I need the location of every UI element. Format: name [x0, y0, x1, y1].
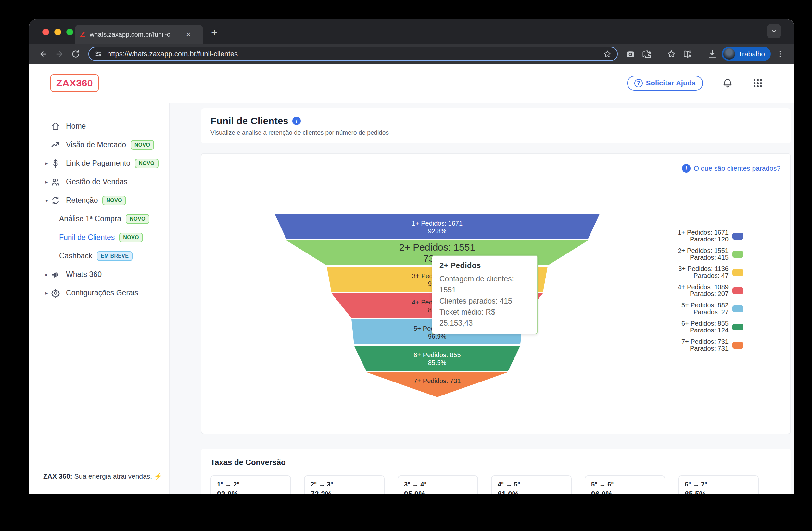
legend-color-swatch [733, 269, 743, 276]
downloads-icon[interactable] [706, 47, 719, 61]
browser-tab[interactable]: Z whats.zaxapp.com.br/funil-cl ✕ [75, 25, 203, 44]
status-badge: NOVO [102, 196, 126, 205]
funnel-segment-label: 92.8% [428, 228, 447, 235]
screenshot-icon[interactable] [624, 47, 637, 61]
conversion-card-label: 6° → 7° [685, 480, 752, 488]
conversion-card-value: 95.9% [404, 490, 472, 494]
legend-entry-text: 1+ Pedidos: 1671Parados: 120 [678, 229, 728, 243]
conversion-card-label: 3° → 4° [404, 480, 472, 488]
home-icon [51, 121, 60, 131]
sidebar-item-home[interactable]: Home [29, 117, 169, 135]
sidebar-item-gest-o-de-vendas[interactable]: ▸Gestão de Vendas [29, 173, 169, 191]
sidebar-item-label: Cashback [59, 252, 92, 260]
tab-favicon-z: Z [80, 30, 85, 40]
trend-icon [51, 140, 60, 150]
page-title-card: Funil de Clientes i Visualize e analise … [201, 108, 791, 143]
toolbar-separator [700, 49, 700, 58]
sidebar-item-an-lise-1-compra[interactable]: Análise 1ª CompraNOVO [29, 210, 169, 228]
minimize-window-button[interactable] [54, 29, 61, 35]
sidebar-item-vis-o-de-mercado[interactable]: Visão de MercadoNOVO [29, 135, 169, 154]
conversion-card-value: 81.0% [497, 490, 565, 494]
funnel-segment-1[interactable] [275, 214, 599, 239]
chevron-right-icon[interactable]: ▸ [45, 290, 48, 296]
legend-entry-text: 3+ Pedidos: 1136Parados: 47 [678, 266, 728, 279]
notifications-bell-icon[interactable] [722, 77, 734, 89]
legend-entry[interactable]: 7+ Pedidos: 731Parados: 731 [678, 338, 743, 352]
info-icon[interactable]: i [292, 117, 301, 125]
tab-strip: Z whats.zaxapp.com.br/funil-cl ✕ + [29, 19, 794, 44]
legend-entry-text: 5+ Pedidos: 882Parados: 27 [681, 302, 728, 316]
browser-profile-chip[interactable]: Trabalho [722, 47, 771, 61]
sidebar-item-link-de-pagamento[interactable]: ▸Link de PagamentoNOVO [29, 154, 169, 173]
funnel-segment-label: 1+ Pedidos: 1671 [412, 220, 463, 227]
extensions-icon[interactable] [640, 47, 653, 61]
question-icon: ? [634, 79, 643, 87]
sidebar-item-label: Link de Pagamento [66, 159, 130, 168]
conversion-card-value: 73.2% [310, 490, 378, 494]
legend-entry[interactable]: 1+ Pedidos: 1671Parados: 120 [678, 229, 743, 243]
toolbar-separator [659, 49, 659, 58]
favorites-star-icon[interactable] [665, 47, 678, 61]
new-tab-button[interactable]: + [211, 27, 218, 38]
legend-entry[interactable]: 5+ Pedidos: 882Parados: 27 [678, 302, 743, 316]
tab-search-button[interactable] [767, 24, 781, 38]
browser-toolbar: https://whats.zaxapp.com.br/funil-client… [29, 44, 794, 64]
funnel-chart-card: i O que são clientes parados? 1+ Pedidos… [201, 153, 791, 434]
page-subtitle: Visualize e analise a retenção de client… [211, 129, 781, 136]
chevron-right-icon[interactable]: ▸ [45, 160, 48, 167]
legend-entry[interactable]: 4+ Pedidos: 1089Parados: 207 [678, 284, 743, 297]
reading-list-icon[interactable] [681, 47, 694, 61]
sidebar-item-funil-de-clientes[interactable]: Funil de ClientesNOVO [29, 228, 169, 247]
funnel-segment-7[interactable] [366, 372, 508, 397]
conversion-card-value: 96.9% [591, 490, 659, 494]
conversion-rates-title: Taxas de Conversão [211, 458, 781, 467]
reload-button[interactable] [69, 47, 83, 61]
users-icon [51, 177, 60, 187]
sidebar-item-label: Gestão de Vendas [66, 177, 127, 186]
traffic-lights [42, 29, 73, 35]
back-button[interactable] [37, 47, 50, 61]
chevron-down-icon[interactable]: ▾ [45, 198, 48, 203]
legend-entry[interactable]: 6+ Pedidos: 855Parados: 124 [678, 320, 743, 334]
conversion-card: 4° → 5°81.0% [491, 475, 572, 494]
forward-button[interactable] [53, 47, 66, 61]
bookmark-star-icon[interactable] [603, 49, 612, 58]
sidebar-item-whats-360[interactable]: ▸Whats 360 [29, 265, 169, 284]
close-window-button[interactable] [42, 29, 49, 35]
legend-entry-text: 4+ Pedidos: 1089Parados: 207 [678, 284, 728, 297]
funnel-segment-label: 7+ Pedidos: 731 [414, 377, 461, 385]
address-bar[interactable]: https://whats.zaxapp.com.br/funil-client… [88, 47, 618, 61]
browser-menu-icon[interactable] [773, 47, 787, 61]
conversion-card: 6° → 7°85.5% [678, 475, 759, 494]
status-badge: NOVO [131, 140, 154, 150]
tune-icon[interactable] [94, 50, 103, 58]
chart-tooltip: 2+ Pedidos Contagem de clientes: 1551 Cl… [432, 255, 538, 334]
help-button-label: Solicitar Ajuda [646, 79, 696, 87]
url-text[interactable]: https://whats.zaxapp.com.br/funil-client… [107, 50, 603, 58]
tab-close-icon[interactable]: ✕ [186, 31, 191, 38]
sync-icon [51, 196, 60, 205]
sidebar-item-reten-o[interactable]: ▾RetençãoNOVO [29, 191, 169, 210]
maximize-window-button[interactable] [66, 29, 73, 35]
chart-legend: 1+ Pedidos: 1671Parados: 1202+ Pedidos: … [678, 229, 743, 357]
info-link-label: O que são clientes parados? [694, 164, 781, 172]
sidebar-item-cashback[interactable]: CashbackEM BREVE [29, 247, 169, 265]
legend-entry[interactable]: 3+ Pedidos: 1136Parados: 47 [678, 266, 743, 279]
tooltip-line: Ticket médio: R$ 25.153,43 [439, 306, 530, 329]
main-content: Funil de Clientes i Visualize e analise … [170, 103, 794, 494]
status-badge: NOVO [135, 159, 158, 168]
chevron-right-icon[interactable]: ▸ [45, 272, 48, 277]
zax360-logo[interactable]: ZAX360 [50, 74, 99, 92]
conversion-card-label: 1° → 2° [217, 480, 285, 488]
conversion-card-label: 4° → 5° [497, 480, 565, 488]
clientes-parados-link[interactable]: i O que são clientes parados? [682, 164, 781, 173]
chevron-right-icon[interactable]: ▸ [45, 179, 48, 185]
tooltip-line: Clientes parados: 415 [439, 296, 530, 306]
solicitar-ajuda-button[interactable]: ? Solicitar Ajuda [627, 76, 703, 91]
funnel-segment-6[interactable] [354, 346, 520, 371]
legend-entry[interactable]: 2+ Pedidos: 1551Parados: 415 [678, 247, 743, 261]
legend-color-swatch [733, 233, 743, 240]
apps-grid-icon[interactable] [752, 78, 763, 89]
sidebar-item-configura-es-gerais[interactable]: ▸Configurações Gerais [29, 284, 169, 302]
conversion-rates-card: Taxas de Conversão 1° → 2°92.8%2° → 3°73… [201, 449, 791, 494]
